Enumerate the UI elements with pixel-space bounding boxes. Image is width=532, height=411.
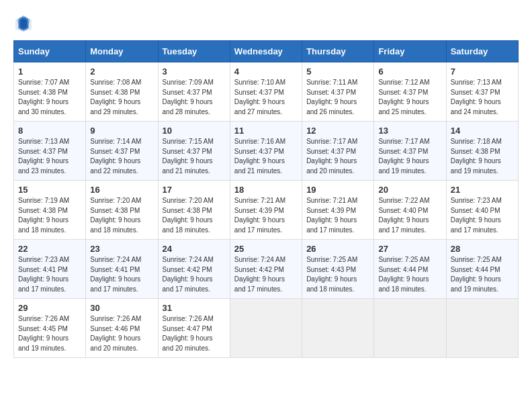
calendar-cell: [302, 299, 374, 358]
day-number: 31: [163, 303, 226, 313]
header-row: SundayMondayTuesdayWednesdayThursdayFrid…: [14, 41, 519, 62]
day-number: 13: [378, 126, 441, 136]
day-number: 7: [451, 66, 514, 77]
col-header-tuesday: Tuesday: [158, 41, 230, 62]
day-number: 25: [234, 244, 298, 254]
calendar-cell: 18 Sunrise: 7:21 AMSunset: 4:39 PMDaylig…: [230, 181, 302, 240]
day-info: Sunrise: 7:23 AMSunset: 4:40 PMDaylight:…: [451, 196, 514, 235]
calendar-cell: 31 Sunrise: 7:26 AMSunset: 4:47 PMDaylig…: [158, 299, 230, 358]
day-info: Sunrise: 7:26 AMSunset: 4:47 PMDaylight:…: [163, 314, 226, 353]
header: [13, 13, 519, 34]
day-info: Sunrise: 7:17 AMSunset: 4:37 PMDaylight:…: [306, 137, 369, 176]
day-info: Sunrise: 7:25 AMSunset: 4:44 PMDaylight:…: [378, 255, 441, 294]
week-row-1: 1 Sunrise: 7:07 AMSunset: 4:38 PMDayligh…: [14, 62, 519, 122]
day-info: Sunrise: 7:23 AMSunset: 4:41 PMDaylight:…: [18, 255, 81, 294]
day-number: 14: [451, 126, 514, 136]
day-info: Sunrise: 7:22 AMSunset: 4:40 PMDaylight:…: [378, 196, 441, 235]
day-info: Sunrise: 7:24 AMSunset: 4:41 PMDaylight:…: [90, 255, 153, 294]
day-number: 18: [234, 185, 298, 195]
calendar-cell: 2 Sunrise: 7:08 AMSunset: 4:38 PMDayligh…: [86, 62, 158, 122]
calendar-cell: 20 Sunrise: 7:22 AMSunset: 4:40 PMDaylig…: [374, 181, 446, 240]
day-number: 3: [163, 66, 226, 77]
calendar-cell: 10 Sunrise: 7:15 AMSunset: 4:37 PMDaylig…: [158, 122, 230, 181]
calendar-cell: 5 Sunrise: 7:11 AMSunset: 4:37 PMDayligh…: [302, 62, 374, 122]
day-number: 9: [90, 126, 153, 136]
day-number: 8: [18, 126, 81, 136]
day-number: 21: [451, 185, 514, 195]
calendar-cell: 7 Sunrise: 7:13 AMSunset: 4:37 PMDayligh…: [446, 62, 518, 122]
day-info: Sunrise: 7:26 AMSunset: 4:45 PMDaylight:…: [18, 314, 81, 353]
day-info: Sunrise: 7:12 AMSunset: 4:37 PMDaylight:…: [378, 78, 441, 117]
day-info: Sunrise: 7:20 AMSunset: 4:38 PMDaylight:…: [90, 196, 153, 235]
day-number: 20: [378, 185, 441, 195]
day-info: Sunrise: 7:17 AMSunset: 4:37 PMDaylight:…: [378, 137, 441, 176]
day-info: Sunrise: 7:24 AMSunset: 4:42 PMDaylight:…: [163, 255, 226, 294]
calendar-cell: 25 Sunrise: 7:24 AMSunset: 4:42 PMDaylig…: [230, 240, 302, 299]
week-row-3: 15 Sunrise: 7:19 AMSunset: 4:38 PMDaylig…: [14, 181, 519, 240]
day-info: Sunrise: 7:15 AMSunset: 4:37 PMDaylight:…: [163, 137, 226, 176]
calendar-cell: 4 Sunrise: 7:10 AMSunset: 4:37 PMDayligh…: [230, 62, 302, 122]
col-header-friday: Friday: [374, 41, 446, 62]
logo-icon: [13, 13, 34, 34]
day-info: Sunrise: 7:13 AMSunset: 4:37 PMDaylight:…: [18, 137, 81, 176]
day-number: 1: [18, 66, 81, 77]
calendar-table: SundayMondayTuesdayWednesdayThursdayFrid…: [13, 40, 519, 358]
day-number: 28: [451, 244, 514, 254]
day-info: Sunrise: 7:08 AMSunset: 4:38 PMDaylight:…: [90, 78, 153, 117]
day-info: Sunrise: 7:21 AMSunset: 4:39 PMDaylight:…: [234, 196, 298, 235]
logo: [13, 13, 36, 34]
day-number: 19: [306, 185, 369, 195]
week-row-4: 22 Sunrise: 7:23 AMSunset: 4:41 PMDaylig…: [14, 240, 519, 299]
calendar-cell: 16 Sunrise: 7:20 AMSunset: 4:38 PMDaylig…: [86, 181, 158, 240]
calendar-cell: 6 Sunrise: 7:12 AMSunset: 4:37 PMDayligh…: [374, 62, 446, 122]
calendar-cell: 26 Sunrise: 7:25 AMSunset: 4:43 PMDaylig…: [302, 240, 374, 299]
day-number: 16: [90, 185, 153, 195]
day-number: 12: [306, 126, 369, 136]
calendar-cell: 24 Sunrise: 7:24 AMSunset: 4:42 PMDaylig…: [158, 240, 230, 299]
calendar-cell: 28 Sunrise: 7:25 AMSunset: 4:44 PMDaylig…: [446, 240, 518, 299]
day-info: Sunrise: 7:25 AMSunset: 4:44 PMDaylight:…: [451, 255, 514, 294]
day-number: 6: [378, 66, 441, 77]
day-number: 27: [378, 244, 441, 254]
calendar-cell: [374, 299, 446, 358]
day-number: 17: [163, 185, 226, 195]
day-number: 15: [18, 185, 81, 195]
day-info: Sunrise: 7:13 AMSunset: 4:37 PMDaylight:…: [451, 78, 514, 117]
calendar-cell: [446, 299, 518, 358]
day-info: Sunrise: 7:20 AMSunset: 4:38 PMDaylight:…: [163, 196, 226, 235]
col-header-wednesday: Wednesday: [230, 41, 302, 62]
calendar-cell: 13 Sunrise: 7:17 AMSunset: 4:37 PMDaylig…: [374, 122, 446, 181]
calendar-cell: 22 Sunrise: 7:23 AMSunset: 4:41 PMDaylig…: [14, 240, 86, 299]
day-info: Sunrise: 7:10 AMSunset: 4:37 PMDaylight:…: [234, 78, 298, 117]
calendar-cell: 27 Sunrise: 7:25 AMSunset: 4:44 PMDaylig…: [374, 240, 446, 299]
calendar-cell: [230, 299, 302, 358]
week-row-2: 8 Sunrise: 7:13 AMSunset: 4:37 PMDayligh…: [14, 122, 519, 181]
calendar-cell: 29 Sunrise: 7:26 AMSunset: 4:45 PMDaylig…: [14, 299, 86, 358]
day-number: 26: [306, 244, 369, 254]
col-header-saturday: Saturday: [446, 41, 518, 62]
day-info: Sunrise: 7:24 AMSunset: 4:42 PMDaylight:…: [234, 255, 298, 294]
calendar-cell: 23 Sunrise: 7:24 AMSunset: 4:41 PMDaylig…: [86, 240, 158, 299]
day-number: 11: [234, 126, 298, 136]
day-info: Sunrise: 7:09 AMSunset: 4:37 PMDaylight:…: [163, 78, 226, 117]
day-number: 29: [18, 303, 81, 313]
calendar-cell: 19 Sunrise: 7:21 AMSunset: 4:39 PMDaylig…: [302, 181, 374, 240]
day-info: Sunrise: 7:21 AMSunset: 4:39 PMDaylight:…: [306, 196, 369, 235]
calendar-cell: 15 Sunrise: 7:19 AMSunset: 4:38 PMDaylig…: [14, 181, 86, 240]
week-row-5: 29 Sunrise: 7:26 AMSunset: 4:45 PMDaylig…: [14, 299, 519, 358]
day-number: 30: [90, 303, 153, 313]
day-number: 4: [234, 66, 298, 77]
col-header-thursday: Thursday: [302, 41, 374, 62]
day-number: 2: [90, 66, 153, 77]
calendar-cell: 14 Sunrise: 7:18 AMSunset: 4:38 PMDaylig…: [446, 122, 518, 181]
col-header-sunday: Sunday: [14, 41, 86, 62]
calendar-cell: 8 Sunrise: 7:13 AMSunset: 4:37 PMDayligh…: [14, 122, 86, 181]
day-number: 22: [18, 244, 81, 254]
col-header-monday: Monday: [86, 41, 158, 62]
day-info: Sunrise: 7:25 AMSunset: 4:43 PMDaylight:…: [306, 255, 369, 294]
day-info: Sunrise: 7:07 AMSunset: 4:38 PMDaylight:…: [18, 78, 81, 117]
day-info: Sunrise: 7:26 AMSunset: 4:46 PMDaylight:…: [90, 314, 153, 353]
day-number: 24: [163, 244, 226, 254]
calendar-cell: 21 Sunrise: 7:23 AMSunset: 4:40 PMDaylig…: [446, 181, 518, 240]
calendar-cell: 1 Sunrise: 7:07 AMSunset: 4:38 PMDayligh…: [14, 62, 86, 122]
